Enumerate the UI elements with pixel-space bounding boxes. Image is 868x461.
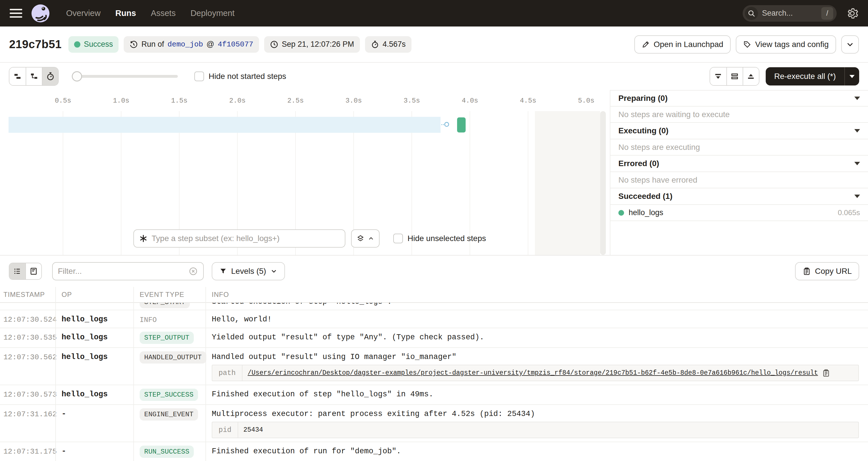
layers-icon [356,234,365,243]
log-info: Multiprocess executor: parent process ex… [206,408,868,438]
search-input[interactable] [758,9,821,18]
gantt-scrollbar[interactable] [600,111,606,255]
table-row[interactable]: 12:07:30.535hello_logsSTEP_OUTPUTYielded… [0,328,868,348]
metadata-path-link[interactable]: /Users/erincochran/Desktop/dagster-examp… [248,369,818,377]
gantt-controls: Hide not started steps Re-execute all (*… [0,63,868,90]
list-icon [13,267,22,276]
axis-tick-label: 2.5s [287,97,304,104]
slider-thumb[interactable] [72,71,82,82]
snapshot-id-link[interactable]: 4f105077 [218,40,253,49]
metadata-text: 25434 [243,426,263,434]
settings-gear-icon[interactable] [846,7,858,19]
filter-funnel-icon [219,267,227,275]
header-event-type: EVENT TYPE [133,290,206,299]
search-shortcut-key: / [821,7,833,20]
log-event-type: RUN_SUCCESS [133,445,206,458]
log-event-type: ENGINE_EVENT [133,408,206,421]
log-filter-input[interactable] [58,267,185,276]
gantt-zoom-slider[interactable] [73,75,178,78]
log-row-content: 12:07:30.573hello_logsSTEP_SUCCESSFinish… [0,385,868,404]
expand-top-panel-button[interactable] [743,67,759,85]
log-table: TIMESTAMP OP EVENT TYPE INFO STEP_STARTS… [0,287,868,461]
table-row[interactable]: 12:07:30.573hello_logsSTEP_SUCCESSFinish… [0,385,868,405]
panel-section-header-3[interactable]: Succeeded (1) [610,188,868,205]
step-success-dot-icon [618,210,624,216]
raw-log-view-button[interactable] [25,263,41,279]
run-timestamp-tag: Sep 21, 12:07:26 PM [264,36,360,53]
expand-bottom-panel-button[interactable] [710,67,726,85]
log-timestamp: 12:07:30.562 [0,351,55,362]
reexecute-all-button[interactable]: Re-execute all (*) [766,67,844,86]
gantt-waiting-band [8,117,440,133]
event-type-badge: STEP_OUTPUT [140,332,194,344]
table-row[interactable]: 12:07:30.562hello_logsHANDLED_OUTPUTHand… [0,348,868,385]
panel-section-title: Succeeded (1) [618,192,673,201]
panel-section-header-2[interactable]: Errored (0) [610,156,868,172]
job-name-link[interactable]: demo_job [167,40,203,49]
flat-view-button[interactable] [9,67,26,85]
table-row[interactable]: 12:07:30.524hello_logsINFOHello, world! [0,310,868,328]
split-panels-button[interactable] [726,67,743,85]
hamburger-menu-icon[interactable] [10,9,22,18]
log-timestamp: 12:07:30.535 [0,332,55,342]
hide-not-started-checkbox[interactable] [194,71,204,81]
panel-section-header-0[interactable]: Preparing (0) [610,90,868,106]
nav-tab-deployment[interactable]: Deployment [190,8,235,18]
panel-step-row[interactable]: hello_logs0.065s [610,205,868,221]
run-more-actions-button[interactable] [841,35,859,54]
reexecute-split-button: Re-execute all (*) [766,67,859,86]
panel-section-header-1[interactable]: Executing (0) [610,123,868,139]
stopwatch-icon [45,71,55,81]
log-info: Finished execution of run for "demo_job"… [206,445,868,456]
step-name: hello_logs [629,208,833,217]
nav-tab-runs[interactable]: Runs [116,8,136,18]
table-row: STEP_STARTStarted execution of step "hel… [0,303,868,310]
waterfall-view-button[interactable] [26,67,42,85]
gantt-step-marker-icon [444,122,449,127]
metadata-box: path/Users/erincochran/Desktop/dagster-e… [212,365,859,381]
hide-unselected-checkbox[interactable] [393,234,403,243]
run-id-title: 219c7b51 [9,38,62,51]
log-message: Finished execution of run for "demo_job"… [212,447,859,456]
graph-query-toggle-button[interactable] [351,229,379,248]
table-row[interactable]: 12:07:31.162-ENGINE_EVENTMultiprocess ex… [0,405,868,442]
timed-view-button[interactable] [42,67,58,85]
metadata-value: 25434 [238,422,268,438]
open-in-launchpad-button[interactable]: Open in Launchpad [634,35,731,54]
log-message: Multiprocess executor: parent process ex… [212,410,859,418]
step-subset-input[interactable] [152,234,340,243]
log-op-name: hello_logs [55,351,133,361]
axis-tick-label: 1.5s [171,97,187,104]
stopwatch-icon [371,40,379,49]
panel-section-title: Errored (0) [618,159,659,168]
log-row-content: 12:07:31.162-ENGINE_EVENTMultiprocess ex… [0,405,868,442]
log-toolbar: Levels (5) Copy URL [0,255,868,287]
header-timestamp: TIMESTAMP [0,290,55,299]
copy-path-icon[interactable] [822,369,830,377]
metadata-label: path [212,365,243,381]
global-search[interactable]: / [743,5,837,22]
chevron-down-icon [854,162,860,165]
log-timestamp: 12:07:30.573 [0,389,55,399]
clear-filter-icon[interactable] [188,267,198,276]
view-tags-config-button[interactable]: View tags and config [736,35,836,54]
log-info: Handled output "result" using IO manager… [206,351,868,381]
levels-dropdown-button[interactable]: Levels (5) [212,262,285,280]
dagster-logo[interactable] [30,3,51,24]
table-row[interactable]: 12:07:31.175-RUN_SUCCESSFinished executi… [0,442,868,461]
event-type-badge: STEP_START [140,303,190,308]
gantt-step-bar-hello-logs[interactable] [457,117,466,132]
reexecute-options-button[interactable] [844,67,859,86]
log-timestamp: 12:07:31.175 [0,445,55,456]
nav-tab-overview[interactable]: Overview [66,8,101,18]
flat-gantt-icon [13,71,23,81]
log-event-type: HANDLED_OUTPUT [133,351,206,364]
log-view-toggle [9,263,42,280]
panel-up-icon [746,71,756,81]
status-dot-icon [74,41,80,48]
nav-tab-assets[interactable]: Assets [151,8,176,18]
step-subset-inputbox [133,229,345,248]
copy-url-button[interactable]: Copy URL [795,262,859,280]
axis-tick-label: 2.0s [229,97,246,104]
structured-log-view-button[interactable] [9,263,25,279]
